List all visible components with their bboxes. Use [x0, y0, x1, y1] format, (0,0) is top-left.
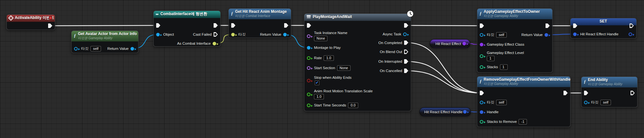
node-header[interactable]: ƒGet Avatar Actor from Actor Info타깃은 Gam… — [72, 31, 138, 41]
execin-pin[interactable] — [480, 23, 484, 28]
animroot-pin-row: Anim Root Motion Translation Scale1.0 — [305, 88, 375, 101]
execout-pin[interactable] — [564, 91, 568, 95]
node-header[interactable]: PlayMontageAndWait — [304, 14, 411, 21]
target-pin[interactable] — [231, 33, 235, 36]
castfailed-pin[interactable] — [214, 32, 218, 37]
oncancelled-pin[interactable] — [404, 69, 408, 73]
execout-pin[interactable] — [546, 23, 550, 28]
target-pin[interactable] — [480, 101, 483, 104]
out-pin[interactable] — [463, 110, 467, 114]
rv-pin[interactable] — [131, 47, 134, 51]
hreh-pin[interactable] — [573, 32, 577, 36]
left-pin-column: 타깃self — [582, 88, 613, 107]
target-value-input[interactable]: self — [600, 100, 611, 105]
node-remove[interactable]: ƒRemoveGameplayEffectFromOwnerWithHandle… — [477, 76, 571, 127]
execin-pin[interactable] — [480, 91, 484, 95]
geclass-pin[interactable] — [480, 43, 483, 46]
node-cast[interactable]: ▸▸CombatInterface에 형변환ObjectCast FailedA… — [153, 11, 221, 47]
handle-pin[interactable] — [480, 110, 483, 114]
execout-pin[interactable] — [631, 91, 635, 95]
asinterface-label: As Combat Interface — [177, 41, 211, 45]
oninterrupted-pin[interactable] — [404, 59, 408, 64]
rate-pin[interactable] — [307, 56, 310, 60]
node-header-text: RemoveGameplayEffectFromOwnerWithHandle타… — [484, 78, 568, 86]
starttime-pin[interactable] — [307, 104, 310, 107]
node-hreh[interactable]: Hit React Effect Handle — [419, 107, 471, 116]
stackstoremove-value-input[interactable]: -1 — [519, 119, 527, 124]
gelevel-pin[interactable] — [480, 54, 483, 58]
execin-pin[interactable] — [156, 23, 160, 28]
execin-pin[interactable] — [573, 23, 577, 28]
tin-value-input[interactable]: None — [314, 36, 327, 41]
node-pmw[interactable]: PlayMontageAndWaitTask Instance NameNone… — [304, 14, 411, 111]
object-pin[interactable] — [156, 33, 160, 36]
variable-getter-label: Hit React Effect — [434, 42, 462, 46]
node-activate[interactable]: ActivateAbility 이벤트 — [6, 14, 55, 30]
asynctask-pin[interactable] — [403, 32, 407, 36]
node-getavatar[interactable]: ƒGet Avatar Actor from Actor Info타깃은 Gam… — [71, 31, 139, 53]
asinterface-pin[interactable] — [213, 42, 216, 45]
node-hre[interactable]: Hit React Effect — [430, 39, 470, 48]
target-pin[interactable] — [584, 101, 588, 104]
rvout-pin-row — [627, 30, 636, 38]
node-header-text: CombatInterface에 형변환 — [160, 12, 207, 16]
rvout-pin[interactable] — [629, 32, 632, 36]
starttime-value-input[interactable]: 0.0 — [348, 103, 358, 108]
node-header[interactable]: ƒApplyGameplayEffectToOwner타깃은 Gameplay … — [477, 9, 552, 19]
handle-pin-row: Handle — [478, 107, 500, 117]
execin-pin[interactable] — [231, 23, 235, 28]
stopwhen-pin[interactable] — [307, 79, 310, 82]
execin-pin-row — [229, 21, 237, 30]
rv-pin[interactable] — [283, 33, 287, 36]
execout-pin[interactable] — [404, 23, 408, 28]
onblendout-label: On Blend Out — [380, 50, 402, 54]
right-pin-column: Cast FailedAs Combat Interface — [175, 21, 220, 48]
execin-pin[interactable] — [584, 91, 588, 95]
onblendout-pin[interactable] — [404, 50, 408, 54]
rate-value-input[interactable]: 1.0 — [324, 55, 334, 61]
node-header[interactable]: ƒEnd Ability타깃은 Gameplay Ability — [581, 77, 637, 87]
execout-pin[interactable] — [284, 23, 288, 28]
startsection-value-input[interactable]: None — [337, 65, 351, 71]
async-task-icon — [307, 15, 311, 19]
stackstoremove-pin[interactable] — [480, 120, 483, 124]
object-label: Object — [163, 32, 174, 36]
execin-pin-row — [478, 88, 486, 97]
gelevel-value-input[interactable]: 1 — [487, 56, 495, 61]
stacks-pin[interactable] — [480, 65, 483, 69]
target-value-input[interactable]: self — [496, 100, 507, 105]
stacks-value-input[interactable]: 1 — [500, 64, 508, 70]
node-set[interactable]: SETHit React Effect Handle — [570, 18, 637, 39]
node-endability[interactable]: ƒEnd Ability타깃은 Gameplay Ability타깃self — [581, 77, 638, 107]
montage-pin[interactable] — [307, 46, 310, 50]
node-header[interactable]: ActivateAbility 이벤트 — [7, 15, 55, 22]
target-pin[interactable] — [480, 33, 483, 37]
target-value-input[interactable]: self — [90, 46, 101, 51]
execin-pin[interactable] — [307, 23, 311, 28]
target-value-input[interactable]: self — [496, 32, 507, 38]
node-header[interactable]: ƒGet Hit React Anim Montage타깃은 Combat In… — [229, 9, 291, 19]
animroot-pin[interactable] — [307, 93, 310, 96]
node-title: ActivateAbility 이벤트 — [15, 16, 47, 20]
hreh-label: Hit React Effect Handle — [580, 32, 618, 36]
execout-pin[interactable] — [630, 23, 634, 28]
out-pin[interactable] — [462, 42, 466, 45]
hreh-pin-row: Hit React Effect Handle — [571, 30, 620, 38]
execout-pin[interactable] — [48, 23, 52, 28]
rv-pin-row: Return Value — [106, 44, 138, 53]
handle-label: Handle — [487, 110, 498, 114]
oncompleted-pin[interactable] — [404, 41, 408, 45]
tin-pin[interactable] — [307, 34, 310, 38]
rv-pin[interactable] — [545, 33, 548, 37]
target-pin[interactable] — [74, 47, 78, 51]
node-header[interactable]: ▸▸CombatInterface에 형변환 — [154, 11, 220, 18]
execin-pin-row — [154, 21, 162, 30]
node-header[interactable]: ƒRemoveGameplayEffectFromOwnerWithHandle… — [477, 77, 570, 87]
execout-pin[interactable] — [214, 23, 218, 28]
stopwhen-checkbox[interactable]: ✔ — [315, 80, 319, 85]
node-apply[interactable]: ƒApplyGameplayEffectToOwner타깃은 Gameplay … — [477, 8, 553, 73]
animroot-value-input[interactable]: 1.0 — [314, 94, 324, 99]
startsection-pin[interactable] — [307, 66, 310, 70]
blueprint-canvas[interactable]: ActivateAbility 이벤트ƒGet Avatar Actor fro… — [0, 0, 644, 138]
node-gethit[interactable]: ƒGet Hit React Anim Montage타깃은 Combat In… — [228, 8, 291, 38]
